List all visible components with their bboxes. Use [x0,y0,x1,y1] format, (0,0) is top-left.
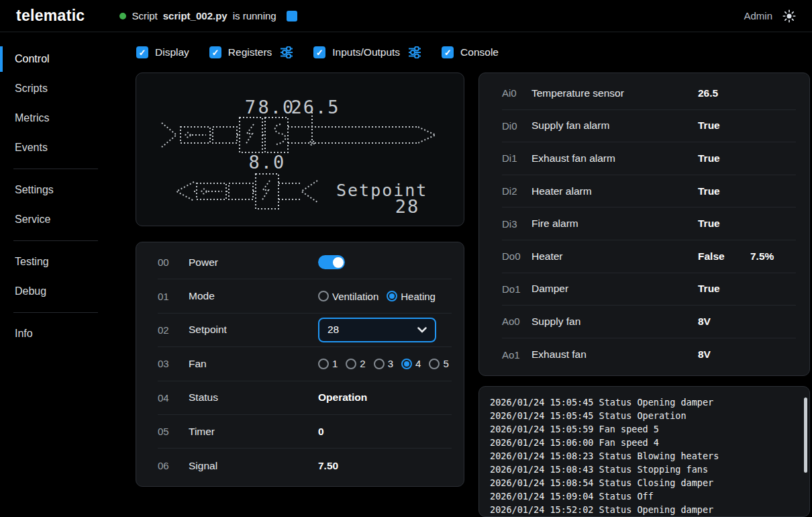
power-toggle[interactable] [318,255,345,269]
register-id: 04 [158,392,189,404]
display-temperature: 26.5 [291,97,340,117]
view-toggles: ✓Display✓Registers✓Inputs/Outputs✓Consol… [136,42,499,62]
hvac-display-panel: 7 8.0 26.5 8.0 Setpoint 28 [136,73,464,226]
sidebar-item-info[interactable]: Info [0,319,111,348]
console-scrollbar[interactable] [804,397,807,473]
checkbox-checked-icon[interactable]: ✓ [442,46,454,58]
register-name: Timer [189,426,318,438]
toggle-knob [333,257,344,268]
brightness-sun-icon[interactable] [782,9,796,23]
filter-sliders-icon[interactable] [408,46,421,58]
radio-mode-heating[interactable] [387,291,397,301]
radio-label: 2 [360,358,365,369]
filter-sliders-icon[interactable] [280,46,293,58]
sidebar-item-service[interactable]: Service [0,205,111,234]
io-name: Supply fan alarm [531,120,698,132]
sidebar-item-label: Control [15,53,50,65]
sidebar-item-scripts[interactable]: Scripts [0,74,111,103]
io-value: True [698,185,735,197]
console-line: 2026/01/24 15:52:02 Status Opening dampe… [490,503,799,516]
radio-mode-ventilation[interactable] [318,291,329,301]
select-value: 28 [327,324,417,336]
setpoint-select[interactable]: 28 [318,318,436,342]
console-lines: 2026/01/24 15:05:45 Status Opening dampe… [490,395,799,516]
io-rows: Ai0Temperature sensor26.5Di0Supply fan a… [502,77,796,371]
io-id: Ao0 [502,316,531,327]
console-panel: 2026/01/24 15:05:45 Status Opening dampe… [478,386,810,517]
register-row-timer: 05Timer0 [158,415,452,449]
io-row-exhaust-fan-alarm: Di1Exhaust fan alarmTrue [502,142,796,175]
sidebar-item-metrics[interactable]: Metrics [0,103,111,133]
io-row-supply-fan-alarm: Di0Supply fan alarmTrue [502,110,796,143]
radio-fan-4[interactable] [401,359,412,369]
io-id: Di2 [502,185,531,197]
io-id: Do0 [502,250,531,262]
console-line: 2026/01/24 15:08:43 Status Stopping fans [490,463,799,476]
radio-label: Ventilation [332,291,378,302]
checkbox-checked-icon[interactable]: ✓ [209,46,221,58]
io-value: True [698,152,735,164]
view-toggle-label: Registers [228,46,272,58]
radio-group-mode: VentilationHeating [318,291,440,302]
register-row-setpoint: 02Setpoint28 [158,314,452,347]
console-line: 2026/01/24 15:05:45 Status Opening dampe… [490,395,799,409]
view-toggle-label: Inputs/Outputs [332,46,400,58]
script-name: script_002.py [163,10,227,21]
sidebar-item-events[interactable]: Events [0,133,111,162]
io-name: Temperature sensor [531,87,698,99]
io-row-temperature-sensor: Ai0Temperature sensor26.5 [502,77,796,110]
register-row-status: 04StatusOperation [158,381,452,415]
register-control [318,255,452,269]
script-status-prefix: Script [132,10,157,21]
script-stop-checkbox[interactable] [287,11,297,21]
view-toggle-inputs-outputs[interactable]: ✓Inputs/Outputs [313,46,421,58]
view-toggle-label: Display [155,46,189,58]
io-row-heater-alarm: Di2Heater alarmTrue [502,175,796,208]
register-row-signal: 06Signal7.50 [158,449,452,482]
hvac-display-graphic: 7 8.0 26.5 8.0 Setpoint 28 [136,73,464,226]
sidebar-item-label: Service [15,214,50,226]
io-value: True [698,283,735,295]
running-dot-icon [119,13,126,19]
radio-label: 3 [388,358,393,369]
registers-panel: 00Power01ModeVentilationHeating02Setpoin… [136,242,464,487]
script-status: Script script_002.py is running [119,10,297,21]
io-row-supply-fan: Ao0Supply fan8V [502,306,796,338]
display-supply-signal: 8.0 [258,97,295,117]
registers-rows: 00Power01ModeVentilationHeating02Setpoin… [158,246,452,483]
topbar: telematic Script script_002.py is runnin… [0,0,812,32]
register-row-fan: 03Fan12345 [158,347,452,381]
io-panel: Ai0Temperature sensor26.5Di0Supply fan a… [478,73,810,376]
register-id: 03 [158,358,189,369]
console-line: 2026/01/24 15:05:45 Status Operation [490,409,799,422]
radio-fan-5[interactable] [429,359,440,369]
sidebar-item-settings[interactable]: Settings [0,175,111,205]
sidebar-divider [13,240,98,241]
sidebar-item-label: Scripts [15,83,48,95]
register-name: Mode [189,290,318,302]
io-value: False [698,250,735,263]
view-toggle-registers[interactable]: ✓Registers [209,46,293,58]
sidebar-divider [13,169,98,169]
sidebar-item-debug[interactable]: Debug [0,277,111,306]
register-control: 0 [318,426,452,438]
radio-fan-3[interactable] [374,359,385,369]
checkbox-checked-icon[interactable]: ✓ [313,46,325,58]
register-name: Status [189,391,318,404]
checkbox-checked-icon[interactable]: ✓ [136,46,148,58]
io-value: True [698,218,735,230]
view-toggle-console[interactable]: ✓Console [442,46,499,58]
register-row-power: 00Power [158,246,452,279]
sidebar-item-testing[interactable]: Testing [0,247,111,277]
radio-group-fan: 12345 [318,358,454,369]
register-control: 7.50 [318,460,452,472]
io-name: Heater [531,250,698,263]
console-line: 2026/01/24 15:06:00 Fan speed 4 [490,436,799,449]
register-value: 7.50 [318,460,338,472]
radio-fan-2[interactable] [346,359,356,369]
view-toggle-display[interactable]: ✓Display [136,46,189,58]
radio-fan-1[interactable] [318,359,329,369]
io-name: Exhaust fan [531,348,698,361]
sidebar-item-control[interactable]: Control [0,44,111,74]
sidebar-item-label: Testing [15,256,49,268]
